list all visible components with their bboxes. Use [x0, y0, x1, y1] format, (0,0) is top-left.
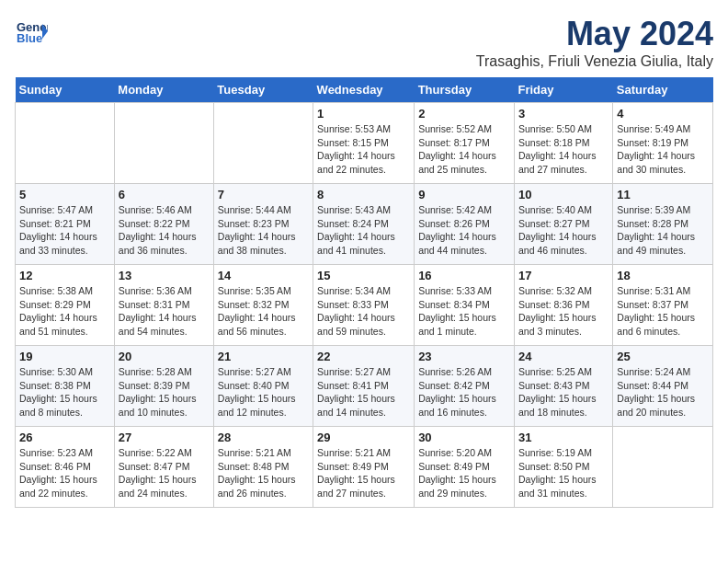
day-number: 13	[119, 269, 210, 282]
day-info: Sunrise: 5:26 AMSunset: 8:42 PMDaylight:…	[418, 365, 510, 419]
day-info: Sunrise: 5:53 AMSunset: 8:15 PMDaylight:…	[317, 122, 410, 177]
weekday-header-row: SundayMondayTuesdayWednesdayThursdayFrid…	[16, 77, 713, 103]
day-cell: 23Sunrise: 5:26 AMSunset: 8:42 PMDayligh…	[415, 346, 515, 427]
day-info: Sunrise: 5:28 AMSunset: 8:39 PMDaylight:…	[119, 365, 210, 419]
day-info: Sunrise: 5:24 AMSunset: 8:44 PMDaylight:…	[617, 365, 709, 419]
weekday-header-monday: Monday	[114, 77, 213, 103]
weekday-header-friday: Friday	[514, 77, 612, 103]
day-info: Sunrise: 5:42 AMSunset: 8:26 PMDaylight:…	[418, 203, 510, 258]
day-cell: 14Sunrise: 5:35 AMSunset: 8:32 PMDayligh…	[213, 265, 313, 346]
day-number: 17	[518, 269, 609, 282]
day-number: 25	[617, 350, 709, 363]
day-number: 10	[518, 188, 609, 201]
week-row-2: 5Sunrise: 5:47 AMSunset: 8:21 PMDaylight…	[16, 184, 713, 265]
day-number: 31	[518, 431, 609, 444]
day-cell: 2Sunrise: 5:52 AMSunset: 8:17 PMDaylight…	[415, 103, 515, 184]
location-title: Trasaghis, Friuli Venezia Giulia, Italy	[476, 53, 713, 70]
day-info: Sunrise: 5:44 AMSunset: 8:23 PMDaylight:…	[218, 203, 309, 258]
day-cell: 6Sunrise: 5:46 AMSunset: 8:22 PMDaylight…	[114, 184, 213, 265]
day-cell: 8Sunrise: 5:43 AMSunset: 8:24 PMDaylight…	[313, 184, 415, 265]
day-info: Sunrise: 5:35 AMSunset: 8:32 PMDaylight:…	[218, 284, 309, 339]
day-cell: 30Sunrise: 5:20 AMSunset: 8:49 PMDayligh…	[415, 427, 515, 508]
day-info: Sunrise: 5:38 AMSunset: 8:29 PMDaylight:…	[19, 284, 110, 339]
day-number: 29	[317, 431, 410, 444]
day-cell: 5Sunrise: 5:47 AMSunset: 8:21 PMDaylight…	[16, 184, 115, 265]
day-cell: 18Sunrise: 5:31 AMSunset: 8:37 PMDayligh…	[613, 265, 713, 346]
day-info: Sunrise: 5:40 AMSunset: 8:27 PMDaylight:…	[518, 203, 609, 258]
day-number: 15	[317, 269, 410, 282]
day-info: Sunrise: 5:25 AMSunset: 8:43 PMDaylight:…	[518, 365, 609, 419]
title-block: May 2024 Trasaghis, Friuli Venezia Giuli…	[476, 15, 713, 70]
day-info: Sunrise: 5:30 AMSunset: 8:38 PMDaylight:…	[19, 365, 110, 419]
day-info: Sunrise: 5:33 AMSunset: 8:34 PMDaylight:…	[418, 284, 510, 339]
day-cell: 29Sunrise: 5:21 AMSunset: 8:49 PMDayligh…	[313, 427, 415, 508]
day-number: 22	[317, 350, 410, 363]
day-info: Sunrise: 5:22 AMSunset: 8:47 PMDaylight:…	[119, 446, 210, 500]
day-number: 3	[518, 107, 609, 121]
day-number: 16	[418, 269, 510, 282]
day-number: 14	[218, 269, 309, 282]
day-number: 2	[418, 107, 510, 121]
day-cell: 17Sunrise: 5:32 AMSunset: 8:36 PMDayligh…	[514, 265, 612, 346]
day-info: Sunrise: 5:34 AMSunset: 8:33 PMDaylight:…	[317, 284, 410, 339]
day-cell: 12Sunrise: 5:38 AMSunset: 8:29 PMDayligh…	[16, 265, 115, 346]
day-cell: 3Sunrise: 5:50 AMSunset: 8:18 PMDaylight…	[514, 103, 612, 184]
week-row-1: 1Sunrise: 5:53 AMSunset: 8:15 PMDaylight…	[16, 103, 713, 184]
day-cell: 24Sunrise: 5:25 AMSunset: 8:43 PMDayligh…	[514, 346, 612, 427]
calendar-table: SundayMondayTuesdayWednesdayThursdayFrid…	[15, 77, 713, 508]
day-cell: 15Sunrise: 5:34 AMSunset: 8:33 PMDayligh…	[313, 265, 415, 346]
weekday-header-thursday: Thursday	[415, 77, 515, 103]
day-number: 18	[617, 269, 709, 282]
day-info: Sunrise: 5:46 AMSunset: 8:22 PMDaylight:…	[119, 203, 210, 258]
day-info: Sunrise: 5:27 AMSunset: 8:41 PMDaylight:…	[317, 365, 410, 419]
day-number: 28	[218, 431, 309, 444]
weekday-header-wednesday: Wednesday	[313, 77, 415, 103]
weekday-header-saturday: Saturday	[613, 77, 713, 103]
day-number: 30	[418, 431, 510, 444]
day-info: Sunrise: 5:39 AMSunset: 8:28 PMDaylight:…	[617, 203, 709, 258]
day-info: Sunrise: 5:47 AMSunset: 8:21 PMDaylight:…	[19, 203, 110, 258]
week-row-3: 12Sunrise: 5:38 AMSunset: 8:29 PMDayligh…	[16, 265, 713, 346]
day-cell	[613, 427, 713, 508]
day-cell: 22Sunrise: 5:27 AMSunset: 8:41 PMDayligh…	[313, 346, 415, 427]
day-cell: 19Sunrise: 5:30 AMSunset: 8:38 PMDayligh…	[16, 346, 115, 427]
day-info: Sunrise: 5:20 AMSunset: 8:49 PMDaylight:…	[418, 446, 510, 500]
day-cell: 16Sunrise: 5:33 AMSunset: 8:34 PMDayligh…	[415, 265, 515, 346]
day-cell	[16, 103, 115, 184]
day-number: 5	[19, 188, 110, 201]
week-row-4: 19Sunrise: 5:30 AMSunset: 8:38 PMDayligh…	[16, 346, 713, 427]
day-number: 20	[119, 350, 210, 363]
day-number: 26	[19, 431, 110, 444]
day-info: Sunrise: 5:23 AMSunset: 8:46 PMDaylight:…	[19, 446, 110, 500]
day-info: Sunrise: 5:32 AMSunset: 8:36 PMDaylight:…	[518, 284, 609, 339]
logo-icon: General Blue	[15, 15, 48, 48]
logo: General Blue	[15, 15, 48, 48]
weekday-header-sunday: Sunday	[16, 77, 115, 103]
day-number: 8	[317, 188, 410, 201]
day-info: Sunrise: 5:31 AMSunset: 8:37 PMDaylight:…	[617, 284, 709, 339]
day-info: Sunrise: 5:49 AMSunset: 8:19 PMDaylight:…	[617, 122, 709, 177]
day-info: Sunrise: 5:21 AMSunset: 8:49 PMDaylight:…	[317, 446, 410, 500]
day-info: Sunrise: 5:19 AMSunset: 8:50 PMDaylight:…	[518, 446, 609, 500]
day-number: 23	[418, 350, 510, 363]
day-info: Sunrise: 5:36 AMSunset: 8:31 PMDaylight:…	[119, 284, 210, 339]
day-cell: 9Sunrise: 5:42 AMSunset: 8:26 PMDaylight…	[415, 184, 515, 265]
day-number: 24	[518, 350, 609, 363]
day-info: Sunrise: 5:50 AMSunset: 8:18 PMDaylight:…	[518, 122, 609, 177]
day-cell: 7Sunrise: 5:44 AMSunset: 8:23 PMDaylight…	[213, 184, 313, 265]
svg-text:Blue: Blue	[17, 31, 42, 45]
day-cell: 11Sunrise: 5:39 AMSunset: 8:28 PMDayligh…	[613, 184, 713, 265]
day-number: 9	[418, 188, 510, 201]
day-cell: 21Sunrise: 5:27 AMSunset: 8:40 PMDayligh…	[213, 346, 313, 427]
week-row-5: 26Sunrise: 5:23 AMSunset: 8:46 PMDayligh…	[16, 427, 713, 508]
day-number: 19	[19, 350, 110, 363]
day-number: 4	[617, 107, 709, 121]
day-cell: 28Sunrise: 5:21 AMSunset: 8:48 PMDayligh…	[213, 427, 313, 508]
day-number: 1	[317, 107, 410, 121]
day-number: 11	[617, 188, 709, 201]
day-cell: 25Sunrise: 5:24 AMSunset: 8:44 PMDayligh…	[613, 346, 713, 427]
day-info: Sunrise: 5:21 AMSunset: 8:48 PMDaylight:…	[218, 446, 309, 500]
page-header: General Blue May 2024 Trasaghis, Friuli …	[15, 15, 713, 70]
day-info: Sunrise: 5:52 AMSunset: 8:17 PMDaylight:…	[418, 122, 510, 177]
day-cell: 4Sunrise: 5:49 AMSunset: 8:19 PMDaylight…	[613, 103, 713, 184]
